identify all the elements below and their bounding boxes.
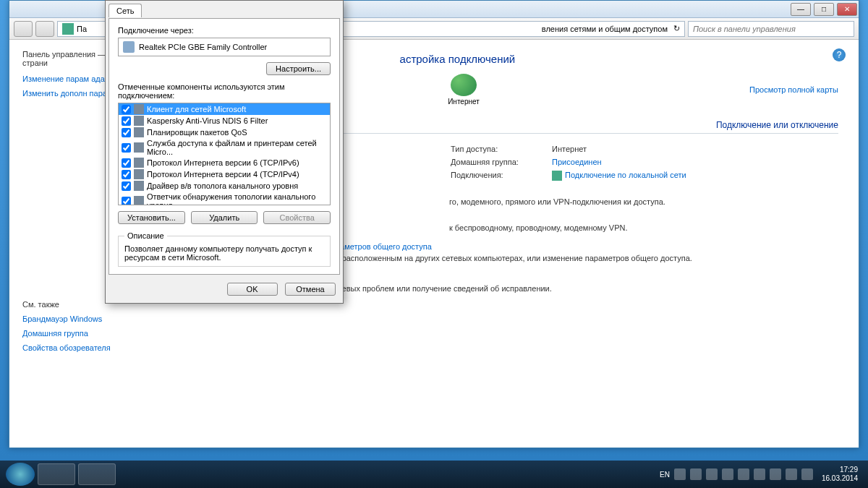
configure-button[interactable]: Настроить... — [266, 62, 331, 75]
component-checkbox[interactable] — [122, 116, 131, 126]
component-item[interactable]: Kaspersky Anti-Virus NDIS 6 Filter — [119, 115, 330, 127]
description-group: Описание Позволяет данному компьютеру по… — [118, 231, 331, 267]
component-checkbox[interactable] — [122, 143, 131, 153]
refresh-icon[interactable]: ↻ — [673, 24, 680, 33]
internet-node: Интернет — [448, 74, 480, 106]
connect-via-label: Подключение через: — [118, 26, 331, 35]
tray-icon[interactable] — [754, 468, 765, 480]
component-checkbox[interactable] — [122, 105, 131, 114]
component-checkbox[interactable] — [122, 197, 131, 206]
close-button[interactable]: ✕ — [837, 3, 857, 16]
globe-icon — [451, 74, 477, 96]
filter-icon — [134, 116, 144, 126]
tray-icon[interactable] — [801, 468, 813, 480]
protocol-icon — [134, 158, 144, 168]
lan-icon — [552, 171, 562, 181]
breadcrumb-text: Па — [77, 25, 87, 33]
connection-link[interactable]: Подключение по локальной сети — [565, 171, 686, 179]
component-item[interactable]: Ответчик обнаружения топологии канальног… — [119, 192, 330, 205]
volume-icon[interactable] — [706, 468, 718, 480]
tray-icon[interactable] — [786, 468, 797, 480]
tray-icon[interactable] — [738, 468, 749, 480]
adapter-box: Realtek PCIe GBE Family Controller — [118, 38, 331, 56]
see-also-firewall[interactable]: Брандмауэр Windows — [22, 314, 163, 323]
breadcrumb-suffix: вления сетями и общим доступом — [542, 25, 668, 33]
full-map-link[interactable]: Просмотр полной карты — [749, 85, 838, 94]
component-item[interactable]: Протокол Интернета версии 6 (TCP/IPv6) — [119, 157, 330, 168]
minimize-button[interactable]: — — [791, 3, 811, 16]
components-label: Отмеченные компоненты используются этим … — [118, 82, 331, 100]
network-icon — [62, 23, 74, 35]
tab-network[interactable]: Сеть — [109, 4, 142, 17]
component-item[interactable]: Клиент для сетей Microsoft — [119, 103, 330, 115]
description-text: Позволяет данному компьютеру получать до… — [124, 244, 324, 262]
maximize-button[interactable]: □ — [814, 3, 834, 16]
taskbar-app-2[interactable] — [78, 463, 116, 485]
driver-icon — [134, 181, 144, 191]
forward-button[interactable] — [35, 21, 54, 37]
responder-icon — [134, 196, 144, 205]
component-checkbox[interactable] — [122, 128, 131, 137]
see-also-ie[interactable]: Свойства обозревателя — [22, 343, 163, 352]
component-checkbox[interactable] — [122, 170, 131, 179]
properties-dialog: Сеть Подключение через: Realtek PCIe GBE… — [105, 0, 344, 304]
service-icon — [134, 142, 144, 153]
back-button[interactable] — [14, 21, 33, 37]
text-fragment-1: го, модемного, прямого или VPN-подключен… — [449, 197, 838, 206]
homegroup-link[interactable]: Присоединен — [552, 158, 602, 166]
dialog-tabs: Сеть — [106, 1, 343, 18]
system-tray: EN 17:29 16.03.2014 — [660, 466, 862, 483]
protocol-icon — [134, 169, 144, 179]
component-item[interactable]: Драйвер в/в тополога канального уровня — [119, 180, 330, 192]
network-tray-icon[interactable] — [722, 468, 733, 480]
component-checkbox[interactable] — [122, 181, 131, 191]
start-button[interactable] — [6, 463, 35, 486]
tray-icon[interactable] — [690, 468, 702, 480]
ok-button[interactable]: OK — [227, 283, 278, 296]
client-icon — [134, 104, 144, 114]
tray-icon[interactable] — [770, 468, 781, 480]
description-title: Описание — [124, 231, 167, 240]
search-input[interactable] — [688, 21, 854, 37]
language-indicator[interactable]: EN — [660, 471, 670, 479]
remove-button[interactable]: Удалить — [191, 211, 258, 224]
component-checkbox[interactable] — [122, 158, 131, 168]
taskbar-app-1[interactable] — [38, 463, 75, 485]
component-item[interactable]: Планировщик пакетов QoS — [119, 127, 330, 138]
help-icon[interactable]: ? — [833, 48, 846, 61]
tray-icon[interactable] — [674, 468, 686, 480]
cancel-button[interactable]: Отмена — [285, 283, 336, 296]
taskbar: EN 17:29 16.03.2014 — [0, 461, 868, 488]
component-item[interactable]: Протокол Интернета версии 4 (TCP/IPv4) — [119, 168, 330, 180]
components-list[interactable]: Клиент для сетей Microsoft Kaspersky Ant… — [118, 103, 331, 205]
install-button[interactable]: Установить... — [118, 211, 185, 224]
text-fragment-2: к беспроводному, проводному, модемному V… — [449, 223, 838, 232]
clock[interactable]: 17:29 16.03.2014 — [817, 466, 862, 483]
qos-icon — [134, 127, 144, 137]
see-also-homegroup[interactable]: Домашняя группа — [22, 329, 163, 338]
adapter-icon — [123, 41, 135, 53]
properties-button[interactable]: Свойства — [263, 211, 331, 224]
component-item[interactable]: Служба доступа к файлам и принтерам сете… — [119, 138, 330, 157]
adapter-name: Realtek PCIe GBE Family Controller — [139, 43, 267, 51]
